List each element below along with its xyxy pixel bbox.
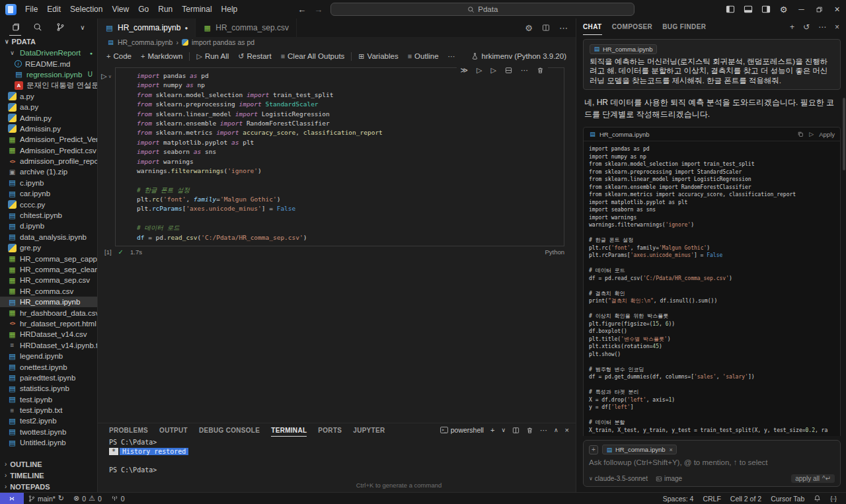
model-selector[interactable]: ∨ claude-3.5-sonnet [589,475,648,482]
tree-item-datadrivenreport[interactable]: ∨DataDrivenReport● [0,48,97,58]
breadcrumb-symbol[interactable]: import pandas as pd [192,38,254,46]
tree-item-readme-md[interactable]: iREADME.md [0,58,97,69]
panel-tab-output[interactable]: OUTPUT [159,423,188,437]
breadcrumb-file[interactable]: HR_comma.ipynb [118,38,173,46]
tree-item-hr-comma-csv[interactable]: ▦HR_comma.csv [0,286,97,297]
tree-item-chitest-ipynb[interactable]: ▤chitest.ipynb [0,210,97,221]
split-editor-icon[interactable] [542,24,550,32]
braces-icon[interactable]: {··} [826,493,841,504]
tree-item-hr-comma-sep-capped-csv[interactable]: ▦HR_comma_sep_capped.csv [0,253,97,264]
tree-item-data-analysis-ipynb[interactable]: ▤data_analysis.ipynb [0,232,97,242]
split-terminal-icon[interactable] [512,427,519,434]
context-file-chip[interactable]: ▤ HR_comma.ipynb [590,44,657,54]
remove-context-icon[interactable]: × [670,447,673,453]
cell-editor[interactable]: import pandas as pdimport numpy as npfro… [115,67,564,246]
sidebar-section-timeline[interactable]: ›TIMELINE [0,470,97,481]
more-cell-actions-icon[interactable]: ⋯ [521,66,528,75]
tree-item-hr-dataset-report-html[interactable]: <>hr_dataset_report.html [0,318,97,329]
toolbar-restart-button[interactable]: ↺Restart [233,52,276,61]
menu-go[interactable]: Go [134,0,153,18]
layout-sidebar-right-icon[interactable] [757,0,775,18]
tree-item-admission-predict-ver1-1[interactable]: ▦Admission_Predict_Ver1.1... [0,134,97,145]
notebook-editor[interactable]: ≫ ▷ ▷ ⋯ ▷ ∨ import pandas as pdimport nu… [98,65,576,423]
tree-item-legend-ipynb[interactable]: ▤legend.ipynb [0,351,97,361]
tree-item-regression-ipynb[interactable]: ▤regression.ipynbU [0,69,97,80]
copy-icon[interactable] [797,131,804,137]
close-icon[interactable]: × [828,0,846,18]
tab-hr-comma-sep-csv[interactable]: ▦HR_comma_sep.csv [196,18,297,37]
nav-back-icon[interactable]: ← [297,5,306,15]
sidebar-section-notepads[interactable]: ›NOTEPADS [0,481,97,492]
sidebar-section-outline[interactable]: ›OUTLINE [0,458,97,470]
tree-item-statistics-ipynb[interactable]: ▤statistics.ipynb [0,383,97,394]
input-context-chip[interactable]: ▤ HR_comma.ipynb × [602,445,677,454]
kill-terminal-icon[interactable] [526,427,533,434]
remote-indicator[interactable] [0,493,24,504]
toolbar-clear-all-outputs-button[interactable]: ≡Clear All Outputs [276,52,350,60]
chevron-down-icon[interactable]: ∨ [77,18,89,36]
more-chat-actions-icon[interactable]: ⋯ [818,22,826,32]
status-spaces[interactable]: Spaces: 4 [658,493,699,504]
explorer-icon[interactable] [9,18,21,36]
tree-item-d-ipynb[interactable]: ▤d.ipynb [0,221,97,231]
status-eol[interactable]: CRLF [698,493,725,504]
cell-language[interactable]: Python [545,248,564,256]
tree-item-twottest-ipynb[interactable]: ▤twottest.ipynb [0,427,97,437]
tree-item-test-ipynb-txt[interactable]: ≡test.ipynb.txt [0,405,97,415]
tree-item-cccc-py[interactable]: cccc.py [0,199,97,209]
tree-item-hr-dashboard-data-csv[interactable]: ▦hr_dashboard_data.csv [0,307,97,318]
status-cursor-tab[interactable]: Cursor Tab [766,493,809,504]
layout-panel-icon[interactable] [739,0,757,18]
apply-play-icon[interactable]: ▷ [809,131,814,137]
chat-tab-bug-finder[interactable]: BUG FINDER [662,18,706,35]
tree-item-a-py[interactable]: a.py [0,91,97,102]
panel-tab-ports[interactable]: PORTS [318,423,342,437]
tree-item-c-ipynb[interactable]: ▤c.ipynb [0,178,97,188]
apply-all-button[interactable]: apply all ^↵ [791,474,835,483]
tree-item-car-ipynb[interactable]: ▤car.ipynb [0,188,97,199]
new-terminal-icon[interactable]: + [490,426,494,434]
breadcrumb[interactable]: ▤ HR_comma.ipynb › import pandas as pd [98,37,576,48]
tree-item-pairedttest-ipynb[interactable]: ▤pairedttest.ipynb [0,373,97,383]
close-panel-icon[interactable]: × [565,426,569,434]
run-below-icon[interactable]: ▷ [491,66,496,75]
menu-edit[interactable]: Edit [42,0,65,18]
search-sidebar-icon[interactable] [32,18,44,36]
tree-item-aa-py[interactable]: aa.py [0,102,97,112]
notifications-bell-icon[interactable] [809,493,826,504]
layout-sidebar-icon[interactable] [721,0,739,18]
status-cell[interactable]: Cell 2 of 2 [726,493,766,504]
tab-hr-comma-ipynb[interactable]: ▤HR_comma.ipynb● [98,18,196,37]
tree-item-admin-py[interactable]: Admin.py [0,112,97,123]
chat-tab-composer[interactable]: COMPOSER [612,18,653,35]
dirty-indicator[interactable]: ● [184,25,188,31]
tree-item-hrdataset-v14-ipynb-txt[interactable]: ≡HRDataset_v14.ipynb.txt [0,340,97,351]
run-cell-button[interactable]: ▷ [101,72,106,81]
terminal-view[interactable]: PS C:\Pdata> *History restored PS C:\Pda… [98,437,576,492]
run-above-icon[interactable]: ≫ [461,66,469,75]
minimize-icon[interactable]: ─ [792,0,810,18]
apply-button[interactable]: Apply [819,131,835,138]
tree-item-admission-predict-csv[interactable]: ▦Admission_Predict.csv [0,145,97,156]
tree-item-hr-comma-ipynb[interactable]: ▤HR_comma.ipynb [0,297,97,307]
run-cell-icon[interactable]: ▷ [477,66,482,75]
problems-status[interactable]: ⊗0 ⚠0 [69,493,106,504]
ports-status[interactable]: 0 [106,493,130,504]
attach-image-button[interactable]: image [656,475,682,482]
tree-item-test2-ipynb[interactable]: ▤test2.ipynb [0,415,97,426]
tree-item-item[interactable]: A문재인 대통령 연설문 선... [0,80,97,90]
toolbar-run-all-button[interactable]: ▷Run All [192,52,233,61]
menu-view[interactable]: View [107,0,134,18]
chat-scrollbar[interactable] [843,98,845,170]
terminal-dropdown-icon[interactable]: ∨ [501,427,506,433]
kernel-picker[interactable]: hrkimenv (Python 3.9.20) [471,52,576,60]
tree-item-admission-profile-report-h[interactable]: <>admission_profile_report.h... [0,156,97,166]
panel-tab-debug-console[interactable]: DEBUG CONSOLE [199,423,260,437]
tree-item-hrdataset-v14-csv[interactable]: ▦HRDataset_v14.csv [0,329,97,340]
menu-terminal[interactable]: Terminal [177,0,216,18]
restore-icon[interactable] [810,0,828,18]
add-context-button[interactable]: + [589,445,598,454]
delete-cell-icon[interactable] [537,67,544,74]
chat-history-icon[interactable]: ↺ [803,22,810,32]
source-control-icon[interactable] [54,18,66,36]
